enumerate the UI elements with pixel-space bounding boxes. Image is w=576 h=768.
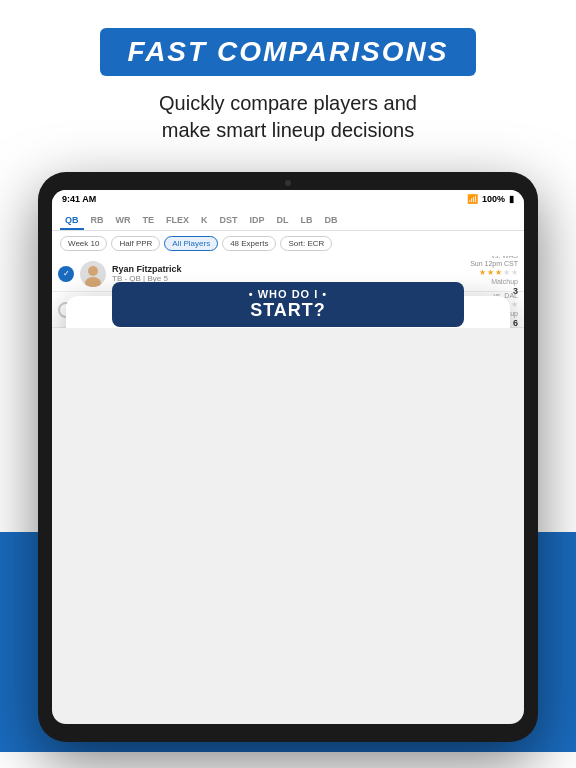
ipad-screen: 9:41 AM 📶 100% ▮ QB RB WR TE FLEX K DST …: [52, 190, 524, 724]
tab-dst[interactable]: DST: [215, 212, 243, 230]
wdis-start-text: START?: [250, 300, 326, 321]
status-time: 9:41 AM: [62, 194, 96, 204]
tab-wr[interactable]: WR: [111, 212, 136, 230]
ipad-frame: 9:41 AM 📶 100% ▮ QB RB WR TE FLEX K DST …: [38, 172, 538, 742]
tab-rb[interactable]: RB: [86, 212, 109, 230]
tab-idp[interactable]: IDP: [245, 212, 270, 230]
filter-players[interactable]: All Players: [164, 236, 218, 251]
filter-row: Week 10 Half PPR All Players 48 Experts …: [52, 231, 524, 256]
wdis-who-text: • WHO DO I •: [249, 288, 327, 300]
tab-db[interactable]: DB: [320, 212, 343, 230]
filter-sort[interactable]: Sort: ECR: [280, 236, 332, 251]
filter-experts[interactable]: 48 Experts: [222, 236, 276, 251]
tab-lb[interactable]: LB: [296, 212, 318, 230]
status-bar: 9:41 AM 📶 100% ▮: [52, 190, 524, 208]
position-tabs: QB RB WR TE FLEX K DST IDP DL LB DB: [52, 208, 524, 231]
device-area: 9:41 AM 📶 100% ▮ QB RB WR TE FLEX K DST …: [0, 162, 576, 752]
svg-point-12: [88, 266, 98, 276]
table-area: ✓ Patrick Maho... KC - QB | Bye Matchup …: [52, 256, 524, 328]
row-cb-fitz[interactable]: ✓: [58, 266, 74, 282]
battery-text: 100%: [482, 194, 505, 204]
filter-week[interactable]: Week 10: [60, 236, 107, 251]
status-right: 📶 100% ▮: [467, 194, 514, 204]
svg-point-13: [85, 277, 101, 287]
tablet-camera: [285, 180, 291, 186]
subtitle: Quickly compare players and make smart l…: [20, 90, 556, 144]
tab-te[interactable]: TE: [138, 212, 160, 230]
wifi-icon: 📶: [467, 194, 478, 204]
filter-ppr[interactable]: Half PPR: [111, 236, 160, 251]
wdis-banner: • WHO DO I • START?: [112, 282, 464, 327]
headline-banner: FAST COMPARISONS: [100, 28, 477, 76]
tab-k[interactable]: K: [196, 212, 213, 230]
top-section: FAST COMPARISONS Quickly compare players…: [0, 0, 576, 162]
tab-qb[interactable]: QB: [60, 212, 84, 230]
tab-flex[interactable]: FLEX: [161, 212, 194, 230]
tab-dl[interactable]: DL: [272, 212, 294, 230]
battery-icon: ▮: [509, 194, 514, 204]
wdis-overlay-card: • WHO DO I • START? Compare players dire…: [66, 296, 510, 328]
